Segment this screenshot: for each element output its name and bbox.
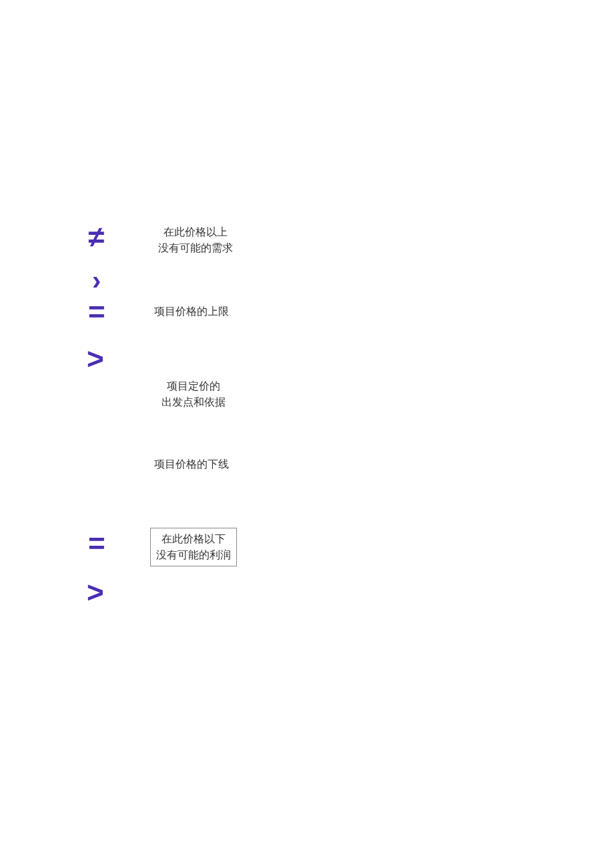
equal-icon-1: = [88, 296, 105, 329]
price-upper-limit-label: 项目价格的上限 [148, 304, 235, 320]
price-lower-limit-label: 项目价格的下线 [148, 456, 235, 472]
lower-no-profit-label: 在此价格以下没有可能的利润 [150, 528, 237, 566]
upper-no-demand-label: 在此价格以上没有可能的需求 [152, 224, 239, 256]
angle-icon: › [92, 266, 101, 296]
pricing-basis-label: 项目定价的出发点和依据 [154, 378, 234, 410]
equal-icon-2: = [88, 527, 105, 560]
greater-than-icon-1: > [87, 342, 104, 376]
not-equal-icon: ≠ [88, 220, 104, 254]
greater-than-icon-2: > [87, 576, 104, 609]
